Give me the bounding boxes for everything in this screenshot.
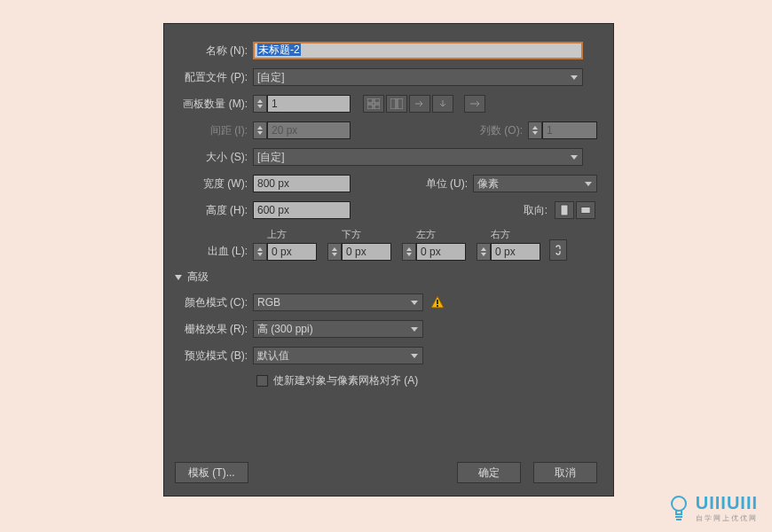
bleed-bottom-spinner[interactable] [327,243,342,261]
name-value: 未标题-2 [257,43,301,56]
bleed-label: 出血 (L): [171,244,253,261]
raster-dropdown[interactable]: 高 (300 ppi) [253,320,423,338]
name-label: 名称 (N): [171,43,253,59]
units-label: 单位 (U): [426,176,468,192]
svg-rect-4 [390,98,396,109]
svg-rect-8 [437,300,438,304]
raster-label: 栅格效果 (R): [171,322,253,337]
size-label: 大小 (S): [171,150,253,165]
bleed-bottom-label: 下方 [327,228,361,241]
warning-icon [430,295,445,309]
height-input[interactable] [253,201,351,219]
arrange-order-icon[interactable] [464,95,485,113]
bleed-top-label: 上方 [253,228,287,241]
grid-col-icon[interactable] [386,95,407,113]
arrange-right-icon[interactable] [409,95,430,113]
bleed-left-spinner[interactable] [402,243,416,261]
svg-point-10 [672,497,686,511]
height-label: 高度 (H): [171,203,253,218]
columns-label: 列数 (O): [480,123,523,138]
svg-rect-5 [398,98,403,109]
bleed-right-input[interactable] [491,243,540,261]
colormode-label: 颜色模式 (C): [171,295,253,310]
bleed-left-input[interactable] [416,243,466,261]
svg-rect-0 [367,98,373,103]
bleed-right-spinner[interactable] [477,243,491,261]
preview-dropdown[interactable]: 默认值 [253,347,423,364]
svg-rect-7 [581,207,590,214]
bleed-right-label: 右方 [477,228,510,241]
svg-rect-9 [437,305,438,307]
bleed-top-input[interactable] [267,243,317,261]
artboards-spinner[interactable] [253,95,267,113]
width-label: 宽度 (W): [171,176,253,192]
advanced-section-toggle[interactable]: 高级 [175,270,597,285]
artboards-input[interactable] [267,95,351,113]
lightbulb-icon [667,494,690,522]
portrait-button[interactable] [555,201,574,219]
svg-rect-6 [561,205,568,215]
preview-label: 预览模式 (B): [171,348,253,364]
profile-label: 配置文件 (P): [171,70,253,85]
align-pixel-label: 使新建对象与像素网格对齐 (A) [273,373,418,388]
arrange-down-icon[interactable] [432,95,453,113]
columns-spinner[interactable] [528,121,542,139]
spacing-input [267,121,351,139]
name-input[interactable]: 未标题-2 [253,42,583,59]
svg-rect-3 [374,105,380,109]
chevron-down-icon [175,275,182,280]
spacing-spinner[interactable] [253,121,267,139]
align-pixel-checkbox[interactable] [256,375,268,387]
colormode-dropdown[interactable]: RGB [253,293,423,311]
bleed-bottom-input[interactable] [342,243,391,261]
svg-rect-1 [374,98,380,103]
width-input[interactable] [253,175,351,192]
artboards-label: 画板数量 (M): [171,97,253,112]
spacing-label: 间距 (I): [171,123,253,138]
watermark: UIIIUIII 自学网上优优网 [667,493,758,523]
units-dropdown[interactable]: 像素 [473,175,597,192]
landscape-button[interactable] [576,201,595,219]
grid-row-icon[interactable] [363,95,384,113]
columns-input [542,121,597,139]
orientation-label: 取向: [524,203,547,218]
templates-button[interactable]: 模板 (T)... [175,462,248,483]
bleed-top-spinner[interactable] [253,243,267,261]
svg-rect-2 [367,105,373,109]
bleed-left-label: 左方 [402,228,436,241]
link-bleed-icon[interactable] [549,239,567,261]
size-dropdown[interactable]: [自定] [253,148,583,166]
cancel-button[interactable]: 取消 [533,462,597,483]
profile-dropdown[interactable]: [自定] [253,68,583,86]
ok-button[interactable]: 确定 [457,462,521,483]
new-document-dialog: 名称 (N): 未标题-2 配置文件 (P): [自定] 画板数量 (M): 间… [163,23,614,497]
